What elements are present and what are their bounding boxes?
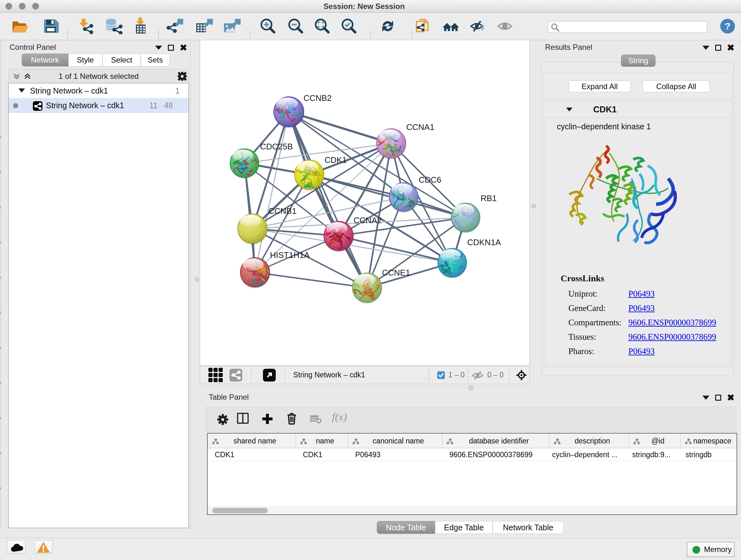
svg-text:CDKN1A: CDKN1A: [467, 238, 501, 247]
svg-text:CCNE1: CCNE1: [382, 268, 410, 277]
svg-text:CDC6: CDC6: [419, 175, 441, 185]
svg-text:CDK1: CDK1: [325, 155, 347, 165]
svg-text:?: ?: [725, 21, 731, 31]
svg-text:CDC25B: CDC25B: [260, 142, 293, 151]
svg-text:CCNB1: CCNB1: [268, 206, 296, 216]
svg-text:HIST1H1A: HIST1H1A: [270, 250, 310, 260]
svg-text:CCNA1: CCNA1: [406, 122, 434, 132]
svg-text:CCNA2: CCNA2: [354, 215, 382, 225]
svg-text:RB1: RB1: [481, 193, 497, 203]
svg-text:CCNB2: CCNB2: [304, 93, 332, 103]
